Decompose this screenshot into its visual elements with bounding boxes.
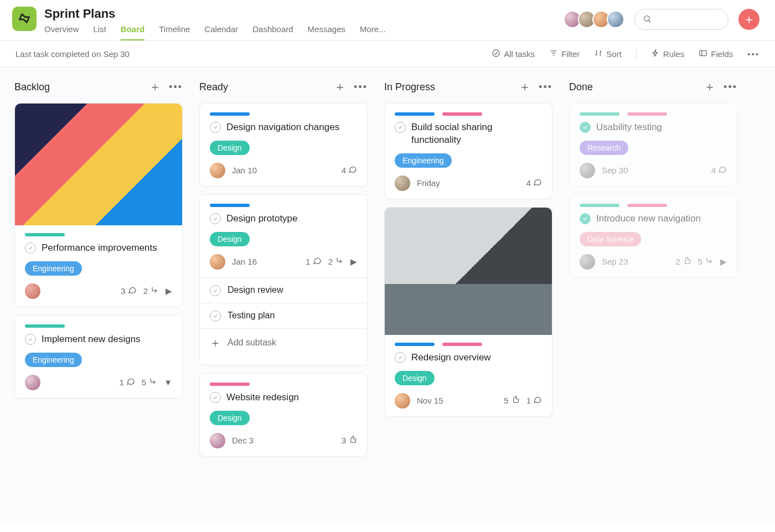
assignee-avatar[interactable] <box>210 254 225 270</box>
tag-pill[interactable]: Design <box>395 371 435 385</box>
add-subtask-button[interactable]: ＋Add subtask <box>200 329 367 357</box>
card-cover-image <box>15 104 182 225</box>
likes-count[interactable]: 3 <box>342 435 357 446</box>
comments-count[interactable]: 1 <box>526 395 542 406</box>
tag-pill[interactable]: Engineering <box>25 353 82 367</box>
complete-check-icon[interactable] <box>210 122 221 133</box>
subtask-item[interactable]: Testing plan <box>200 303 367 329</box>
task-title: Website redesign <box>226 391 299 404</box>
chevron-right-icon[interactable]: ▶ <box>350 257 357 267</box>
subtask-icon <box>150 286 159 296</box>
due-date: Dec 3 <box>232 436 254 445</box>
tag-pill[interactable]: Design <box>210 141 250 155</box>
task-card[interactable]: Performance improvements Engineering 32▶ <box>14 103 183 307</box>
task-card[interactable]: Implement new designs Engineering 15▼ <box>14 315 183 399</box>
toolbar-more-button[interactable]: ••• <box>747 49 760 59</box>
assignee-avatar[interactable] <box>25 375 40 390</box>
filter-button[interactable]: Filter <box>549 49 580 59</box>
complete-check-icon[interactable] <box>395 352 406 363</box>
svg-point-2 <box>493 50 499 56</box>
subtasks-count[interactable]: 5 <box>698 256 714 267</box>
assignee-avatar[interactable] <box>395 393 410 409</box>
comments-count[interactable]: 4 <box>342 165 357 175</box>
column-backlog: Backlog ＋ ••• Performance improvements E… <box>14 79 183 512</box>
column-more-button[interactable]: ••• <box>539 81 552 93</box>
complete-check-icon[interactable] <box>580 213 591 224</box>
subtasks-count[interactable]: 2 <box>143 286 159 296</box>
assignee-avatar[interactable] <box>580 254 595 270</box>
subtask-item[interactable]: Design review <box>200 278 367 303</box>
subtasks-count[interactable]: 2 <box>328 256 344 267</box>
tab-calendar[interactable]: Calendar <box>204 24 238 40</box>
task-card[interactable]: Build social sharing functionality Engin… <box>384 103 552 199</box>
tag-pill[interactable]: Design <box>210 232 250 246</box>
complete-check-icon[interactable] <box>25 334 36 345</box>
column-more-button[interactable]: ••• <box>724 81 737 93</box>
fields-button[interactable]: Fields <box>699 49 733 59</box>
task-card[interactable]: Usability testing Research Sep 30 4 <box>569 103 737 187</box>
search-input[interactable] <box>634 9 728 30</box>
member-avatars[interactable] <box>567 11 624 28</box>
task-card[interactable]: Redesign overview Design Nov 15 51 <box>384 207 552 417</box>
assignee-avatar[interactable] <box>580 163 595 178</box>
tag-pill[interactable]: Design <box>210 411 250 425</box>
tab-messages[interactable]: Messages <box>308 24 345 40</box>
comments-count[interactable]: 3 <box>121 286 136 296</box>
complete-check-icon[interactable] <box>580 122 591 133</box>
tag-pill[interactable]: Engineering <box>395 153 452 168</box>
assignee-avatar[interactable] <box>210 433 225 448</box>
column-add-button[interactable]: ＋ <box>704 79 716 95</box>
tab-board[interactable]: Board <box>121 24 144 40</box>
chevron-down-icon[interactable]: ▼ <box>164 378 172 387</box>
task-card[interactable]: Website redesign Design Dec 3 3 <box>199 373 368 457</box>
chevron-right-icon[interactable]: ▶ <box>720 257 727 267</box>
assignee-avatar[interactable] <box>210 163 225 178</box>
project-tabs: OverviewListBoardTimelineCalendarDashboa… <box>44 24 559 40</box>
card-project-stripes <box>210 204 357 207</box>
svg-point-0 <box>644 16 649 20</box>
column-add-button[interactable]: ＋ <box>149 79 161 95</box>
tag-pill[interactable]: Data Science <box>580 232 641 246</box>
rules-button[interactable]: Rules <box>651 49 684 59</box>
tab-overview[interactable]: Overview <box>44 24 79 40</box>
sort-button[interactable]: Sort <box>594 49 622 59</box>
comments-count[interactable]: 1 <box>119 377 135 388</box>
tag-pill[interactable]: Research <box>580 141 628 155</box>
project-icon[interactable] <box>12 7 37 31</box>
tab-timeline[interactable]: Timeline <box>159 24 190 40</box>
global-add-button[interactable]: ＋ <box>738 9 760 30</box>
tab-list[interactable]: List <box>94 24 106 40</box>
toolbar-divider <box>636 49 637 59</box>
chevron-right-icon[interactable]: ▶ <box>166 286 172 296</box>
tag-pill[interactable]: Engineering <box>25 261 82 276</box>
complete-check-icon[interactable] <box>210 311 221 322</box>
comments-count[interactable]: 1 <box>306 256 321 267</box>
task-card[interactable]: Design prototype Design Jan 16 12▶ Desig… <box>199 194 368 365</box>
column-add-button[interactable]: ＋ <box>519 79 531 95</box>
column-more-button[interactable]: ••• <box>169 81 183 93</box>
complete-check-icon[interactable] <box>210 213 221 224</box>
likes-count[interactable]: 2 <box>675 256 691 267</box>
tab-dashboard[interactable]: Dashboard <box>252 24 293 40</box>
complete-check-icon[interactable] <box>25 242 36 254</box>
subtasks-count[interactable]: 5 <box>142 377 157 388</box>
comments-count[interactable]: 4 <box>526 178 542 188</box>
assignee-avatar[interactable] <box>395 175 410 191</box>
task-card[interactable]: Design navigation changes Design Jan 10 … <box>199 103 368 187</box>
complete-check-icon[interactable] <box>210 285 221 296</box>
tab-more[interactable]: More... <box>360 24 386 40</box>
card-project-stripes <box>210 112 357 116</box>
subtask-icon <box>705 256 714 267</box>
complete-check-icon[interactable] <box>395 122 406 133</box>
likes-count[interactable]: 5 <box>504 395 519 406</box>
column-more-button[interactable]: ••• <box>354 81 368 93</box>
like-icon <box>511 395 520 406</box>
assignee-avatar[interactable] <box>25 283 40 299</box>
column-in-progress: In Progress ＋ ••• Build social sharing f… <box>384 79 552 512</box>
column-add-button[interactable]: ＋ <box>334 79 346 95</box>
complete-check-icon[interactable] <box>210 392 221 403</box>
task-card[interactable]: Introduce new navigation Data Science Se… <box>569 194 737 278</box>
all-tasks-button[interactable]: All tasks <box>492 49 535 59</box>
fields-icon <box>699 49 707 59</box>
comments-count[interactable]: 4 <box>711 165 727 175</box>
